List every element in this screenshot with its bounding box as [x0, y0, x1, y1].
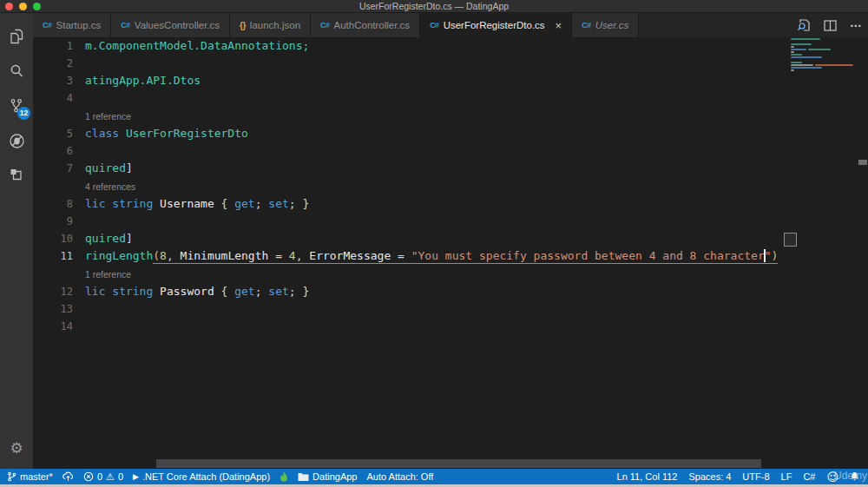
- line-number[interactable]: 5: [33, 125, 73, 142]
- code-line-12[interactable]: 12lic string Password { get; set; }: [33, 283, 868, 300]
- cursor-position-status[interactable]: Ln 11, Col 112: [617, 471, 678, 482]
- codelens-references[interactable]: 1 reference: [33, 107, 868, 125]
- notifications-bell-icon[interactable]: [850, 471, 859, 482]
- tab-authcontroller-cs[interactable]: C#AuthController.cs: [311, 13, 420, 37]
- git-branch-status[interactable]: master*: [7, 471, 53, 482]
- folder-label: DatingApp: [312, 471, 357, 482]
- line-number[interactable]: 9: [33, 213, 73, 230]
- editor-actions: ⋯: [797, 13, 863, 37]
- code-text[interactable]: [73, 142, 85, 160]
- extensions-icon[interactable]: [0, 158, 33, 193]
- more-actions-icon[interactable]: ⋯: [850, 18, 863, 32]
- horizontal-scrollbar[interactable]: [156, 459, 761, 468]
- line-number[interactable]: 6: [33, 142, 73, 160]
- settings-gear-icon[interactable]: ⚙: [10, 439, 23, 457]
- code-line-11[interactable]: 11ringLength(8, MinimumLength = 4, Error…: [33, 247, 868, 265]
- title-bar: UserForRegisterDto.cs — DatingApp: [0, 0, 868, 13]
- eol-status[interactable]: LF: [781, 471, 792, 482]
- debug-icon[interactable]: [0, 123, 33, 158]
- minimap[interactable]: [791, 38, 855, 299]
- source-control-icon[interactable]: 12: [0, 89, 33, 123]
- branch-label: master*: [20, 471, 53, 482]
- tab-startup-cs[interactable]: C#Startup.cs: [33, 13, 111, 37]
- encoding-status[interactable]: UTF-8: [742, 471, 769, 482]
- minimize-window-button[interactable]: [19, 3, 27, 10]
- tab-label: User.cs: [595, 20, 629, 30]
- line-number[interactable]: 12: [33, 283, 73, 300]
- code-text[interactable]: m.ComponentModel.DataAnnotations;: [73, 37, 309, 55]
- code-line-6[interactable]: 6: [33, 142, 868, 160]
- code-text[interactable]: lic string Username { get; set; }: [73, 195, 309, 213]
- warning-icon: ⚠: [106, 471, 115, 483]
- code-text[interactable]: [73, 300, 85, 318]
- close-tab-icon[interactable]: ×: [556, 20, 562, 31]
- line-number[interactable]: 2: [33, 55, 73, 72]
- close-window-button[interactable]: [5, 3, 13, 10]
- code-line-3[interactable]: 3atingApp.API.Dtos: [33, 72, 868, 89]
- git-branch-icon: [7, 471, 16, 482]
- line-number[interactable]: 3: [33, 72, 73, 89]
- zoom-window-button[interactable]: [33, 3, 41, 10]
- line-number[interactable]: 14: [33, 318, 73, 335]
- indentation-status[interactable]: Spaces: 4: [688, 471, 731, 482]
- language-mode-status[interactable]: C#: [803, 471, 815, 482]
- debug-launch-status[interactable]: ▶ .NET Core Attach (DatingApp): [133, 471, 270, 482]
- code-text[interactable]: quired]: [73, 230, 133, 247]
- code-text[interactable]: [73, 213, 85, 230]
- line-number[interactable]: 13: [33, 300, 73, 318]
- publish-button[interactable]: [62, 471, 74, 482]
- code-text[interactable]: [73, 55, 85, 72]
- code-line-7[interactable]: 7quired]: [33, 160, 868, 177]
- csharp-file-icon: C#: [121, 21, 130, 30]
- line-number[interactable]: 7: [33, 160, 73, 177]
- code-text[interactable]: [73, 89, 85, 107]
- code-text[interactable]: class UserForRegisterDto: [73, 125, 248, 142]
- code-text[interactable]: quired]: [73, 160, 133, 177]
- code-line-14[interactable]: 14: [33, 318, 868, 335]
- tab-bar: C#Startup.csC#ValuesController.cs{}launc…: [33, 13, 868, 37]
- tab-userforregisterdto-cs[interactable]: C#UserForRegisterDto.cs×: [420, 13, 572, 37]
- csharp-file-icon: C#: [320, 21, 330, 30]
- csharp-file-icon: C#: [582, 21, 591, 30]
- feedback-smiley-icon[interactable]: ☺: [826, 471, 838, 484]
- line-number[interactable]: 8: [33, 195, 73, 213]
- split-editor-icon[interactable]: [824, 20, 837, 31]
- line-number[interactable]: 4: [33, 89, 73, 107]
- tab-label: ValuesController.cs: [135, 20, 220, 30]
- code-text[interactable]: lic string Password { get; set; }: [73, 283, 309, 300]
- play-icon: ▶: [133, 472, 139, 481]
- code-line-9[interactable]: 9: [33, 213, 868, 230]
- code-line-5[interactable]: 5class UserForRegisterDto: [33, 125, 868, 142]
- scrollbar-marker: [858, 160, 867, 165]
- problems-status[interactable]: 0 ⚠ 0: [83, 471, 123, 483]
- code-editor[interactable]: 1m.ComponentModel.DataAnnotations;23atin…: [33, 37, 868, 469]
- code-text[interactable]: [73, 318, 85, 335]
- search-icon[interactable]: [0, 54, 33, 89]
- code-line-13[interactable]: 13: [33, 300, 868, 318]
- auto-attach-status[interactable]: Auto Attach: Off: [366, 471, 433, 482]
- line-number[interactable]: 10: [33, 230, 73, 247]
- line-number[interactable]: 1: [33, 37, 73, 55]
- code-line-1[interactable]: 1m.ComponentModel.DataAnnotations;: [33, 37, 868, 55]
- explorer-icon[interactable]: [0, 19, 33, 54]
- code-text[interactable]: atingApp.API.Dtos: [73, 72, 201, 89]
- flame-status[interactable]: [279, 471, 288, 483]
- tab-valuescontroller-cs[interactable]: C#ValuesController.cs: [111, 13, 230, 37]
- window-controls: [5, 3, 41, 10]
- open-preview-icon[interactable]: [797, 18, 811, 32]
- code-line-10[interactable]: 10quired]: [33, 230, 868, 247]
- debug-config-label: .NET Core Attach (DatingApp): [142, 471, 270, 482]
- code-text[interactable]: ringLength(8, MinimumLength = 4, ErrorMe…: [73, 247, 778, 265]
- folder-icon: [298, 472, 309, 482]
- tab-user-cs[interactable]: C#User.cs: [572, 13, 639, 37]
- codelens-references[interactable]: 1 reference: [33, 265, 868, 283]
- line-number[interactable]: 11: [33, 247, 73, 265]
- workspace-folder-status[interactable]: DatingApp: [298, 471, 357, 482]
- codelens-references[interactable]: 4 references: [33, 177, 868, 195]
- code-line-8[interactable]: 8lic string Username { get; set; }: [33, 195, 868, 213]
- code-line-4[interactable]: 4: [33, 89, 868, 107]
- activity-bar: 12 ⚙: [0, 13, 33, 469]
- window-title: UserForRegisterDto.cs — DatingApp: [0, 0, 868, 13]
- code-line-2[interactable]: 2: [33, 55, 868, 72]
- tab-launch-json[interactable]: {}launch.json: [230, 13, 311, 37]
